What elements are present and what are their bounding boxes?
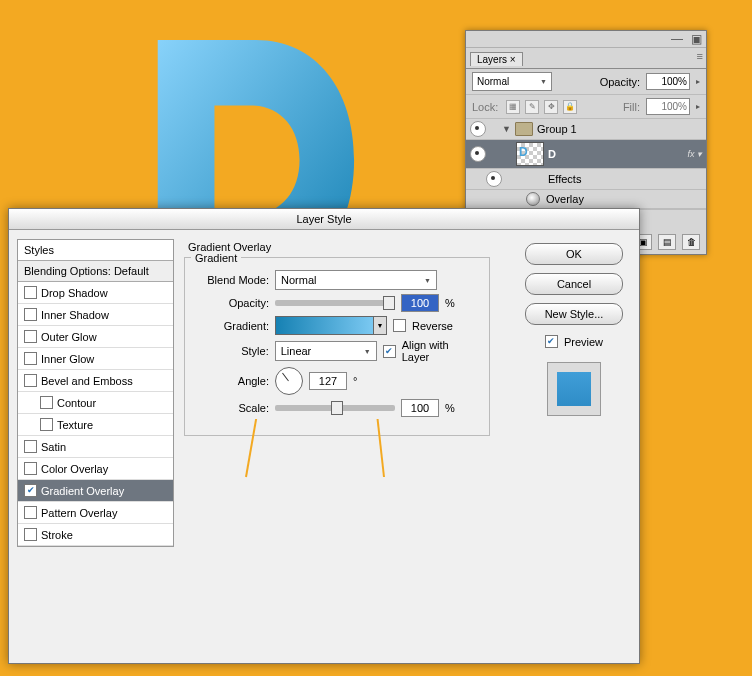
checkbox[interactable]	[24, 330, 37, 343]
align-checkbox[interactable]	[383, 345, 396, 358]
opt-inner-shadow[interactable]: Inner Shadow	[18, 304, 173, 326]
opacity-input[interactable]: 100	[401, 294, 439, 312]
checkbox[interactable]	[24, 286, 37, 299]
lock-transparency-icon[interactable]: ▦	[506, 100, 520, 114]
layers-tabs: Layers × ≡	[466, 48, 706, 69]
opt-label: Inner Glow	[41, 353, 94, 365]
style-label: Style:	[195, 345, 269, 357]
styles-list: Styles Blending Options: Default Drop Sh…	[17, 239, 174, 547]
trash-icon[interactable]: 🗑	[682, 234, 700, 250]
effects-label: Effects	[548, 173, 581, 185]
opt-label: Outer Glow	[41, 331, 97, 343]
styles-header[interactable]: Styles	[18, 240, 173, 261]
opt-label: Satin	[41, 441, 66, 453]
expand-icon[interactable]: ▣	[691, 32, 702, 46]
opt-pattern-overlay[interactable]: Pattern Overlay	[18, 502, 173, 524]
opt-label: Contour	[57, 397, 96, 409]
checkbox[interactable]	[24, 352, 37, 365]
opacity-flyout-icon[interactable]: ▸	[696, 77, 700, 86]
opt-label: Drop Shadow	[41, 287, 108, 299]
opt-inner-glow[interactable]: Inner Glow	[18, 348, 173, 370]
scale-label: Scale:	[195, 402, 269, 414]
preview-box	[547, 362, 601, 416]
layers-tab[interactable]: Layers ×	[470, 52, 523, 66]
visibility-eye-icon[interactable]	[470, 121, 486, 137]
opt-label: Bevel and Emboss	[41, 375, 133, 387]
new-style-button[interactable]: New Style...	[525, 303, 623, 325]
opacity-slider[interactable]	[275, 300, 395, 306]
layer-list: ▼ Group 1 D D fx ▾ Effects Overlay	[466, 119, 706, 209]
dialog-right-panel: OK Cancel New Style... Preview	[519, 243, 629, 416]
opt-drop-shadow[interactable]: Drop Shadow	[18, 282, 173, 304]
opt-satin[interactable]: Satin	[18, 436, 173, 458]
panel-menu-icon[interactable]: ≡	[697, 50, 702, 62]
effects-subrow[interactable]: Effects	[466, 169, 706, 190]
thumb-d-icon: D	[519, 145, 528, 159]
opt-outer-glow[interactable]: Outer Glow	[18, 326, 173, 348]
ok-button[interactable]: OK	[525, 243, 623, 265]
preview-checkbox[interactable]	[545, 335, 558, 348]
minimize-icon[interactable]: —	[671, 32, 683, 46]
scale-input[interactable]: 100	[401, 399, 439, 417]
overlay-subrow[interactable]: Overlay	[466, 190, 706, 209]
reverse-checkbox[interactable]	[393, 319, 406, 332]
blend-mode-label: Blend Mode:	[195, 274, 269, 286]
align-label: Align with Layer	[402, 339, 479, 363]
cancel-button[interactable]: Cancel	[525, 273, 623, 295]
layer-thumbnail: D	[516, 142, 544, 166]
overlay-label: Overlay	[546, 193, 584, 205]
checkbox[interactable]	[24, 308, 37, 321]
lock-position-icon[interactable]: ✥	[544, 100, 558, 114]
checkbox[interactable]	[24, 528, 37, 541]
opt-label: Inner Shadow	[41, 309, 109, 321]
checkbox[interactable]	[24, 506, 37, 519]
layer-blend-mode-value: Normal	[477, 76, 509, 87]
opt-label: Gradient Overlay	[41, 485, 124, 497]
dialog-title: Layer Style	[9, 209, 639, 230]
visibility-eye-icon[interactable]	[470, 146, 486, 162]
opt-gradient-overlay[interactable]: Gradient Overlay	[18, 480, 173, 502]
folder-icon	[515, 122, 533, 136]
checkbox[interactable]	[24, 440, 37, 453]
layer-fill-input[interactable]: 100%	[646, 98, 690, 115]
checkbox[interactable]	[40, 418, 53, 431]
opt-texture[interactable]: Texture	[18, 414, 173, 436]
preview-label: Preview	[564, 336, 603, 348]
chevron-down-icon: ▼	[364, 348, 371, 355]
lock-all-icon[interactable]: 🔒	[563, 100, 577, 114]
angle-input[interactable]: 127	[309, 372, 347, 390]
layer-row-d[interactable]: D D fx ▾	[466, 140, 706, 169]
fx-badge[interactable]: fx ▾	[687, 149, 702, 159]
angle-dial[interactable]	[275, 367, 303, 395]
folder-arrow-icon[interactable]: ▼	[502, 124, 511, 134]
blend-mode-select[interactable]: Normal ▼	[275, 270, 437, 290]
effect-dot-icon	[526, 192, 540, 206]
checkbox-checked[interactable]	[24, 484, 37, 497]
angle-label: Angle:	[195, 375, 269, 387]
layer-opacity-input[interactable]: 100%	[646, 73, 690, 90]
style-select[interactable]: Linear ▼	[275, 341, 377, 361]
opt-color-overlay[interactable]: Color Overlay	[18, 458, 173, 480]
new-layer-icon[interactable]: ▤	[658, 234, 676, 250]
scale-slider[interactable]	[275, 405, 395, 411]
blending-options[interactable]: Blending Options: Default	[18, 261, 173, 282]
visibility-eye-icon[interactable]	[486, 171, 502, 187]
opt-stroke[interactable]: Stroke	[18, 524, 173, 546]
checkbox[interactable]	[24, 374, 37, 387]
preview-row: Preview	[545, 335, 603, 348]
opt-bevel[interactable]: Bevel and Emboss	[18, 370, 173, 392]
chevron-down-icon: ▼	[424, 277, 431, 284]
layer-group-row[interactable]: ▼ Group 1	[466, 119, 706, 140]
lock-paint-icon[interactable]: ✎	[525, 100, 539, 114]
fill-flyout-icon[interactable]: ▸	[696, 102, 700, 111]
degree-symbol: °	[353, 375, 357, 387]
tab-label: Layers	[477, 54, 507, 65]
checkbox[interactable]	[24, 462, 37, 475]
fill-label: Fill:	[623, 101, 640, 113]
layer-blend-mode-select[interactable]: Normal ▼	[472, 72, 552, 91]
reverse-label: Reverse	[412, 320, 453, 332]
gradient-swatch[interactable]: ▼	[275, 316, 387, 335]
checkbox[interactable]	[40, 396, 53, 409]
lock-label: Lock:	[472, 101, 498, 113]
opt-contour[interactable]: Contour	[18, 392, 173, 414]
